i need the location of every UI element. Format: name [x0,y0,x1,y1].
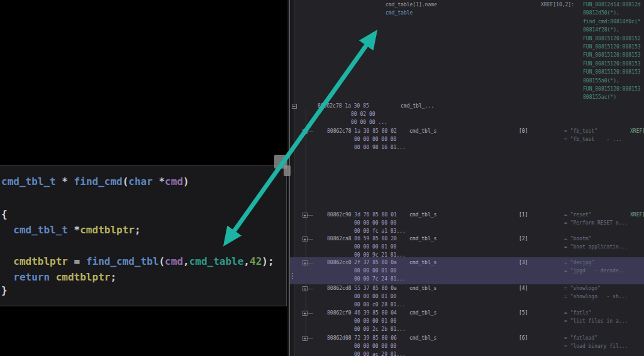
tree-connector [308,338,313,339]
tree-connector [308,131,313,132]
code-token[interactable]: cmd [165,175,183,187]
xref-entry[interactable]: 808155ac(*) [583,94,616,100]
xref-entry[interactable]: 80814f28(*), [583,27,619,33]
datatype-label[interactable]: cmd_tbl_s [409,236,436,242]
code-line[interactable]: return cmdtblptr; [1,271,116,284]
code-token[interactable] [50,271,56,283]
address[interactable]: 80862cf0 [327,310,352,316]
code-token[interactable]: , [183,255,189,267]
symbol-cmd-table[interactable]: cmd_table [386,10,413,16]
code-token[interactable]: cmd_tbl_t [1,175,56,187]
expand-toggle-icon[interactable]: + [303,236,308,242]
expand-toggle-icon[interactable]: + [303,213,308,218]
code-token[interactable]: ) [183,175,189,187]
code-token[interactable] [1,255,13,267]
code-line[interactable]: } [1,284,8,297]
code-token[interactable]: 42 [250,255,262,267]
code-line[interactable]: cmd_tbl_t *cmdtblptr; [1,224,141,236]
code-token[interactable]: ; [135,224,141,236]
address[interactable]: 80862c78 [327,128,352,134]
panel-margin-strip[interactable] [290,0,294,356]
code-token[interactable]: , [243,255,250,267]
xref-entry[interactable]: 80812d50(*), [583,10,619,16]
datatype-label[interactable]: cmd_tbl_s [409,310,436,316]
value-string: = "fatload" [564,335,597,342]
datatype-label[interactable]: cmd_tbl_s [409,335,436,342]
datatype-label[interactable]: cmd_tbl_s [409,260,436,266]
value-description: = "Perform RESET o... [564,220,628,226]
byte-values: 00 00 00 01 00 [354,268,396,274]
code-token[interactable]: ; [110,271,116,283]
expand-toggle-icon[interactable]: + [303,286,308,291]
code-token[interactable]: = [68,255,86,267]
code-token[interactable]: cmdtblptr [80,224,135,236]
xref-entry[interactable]: FUN_80815120:808153 [583,86,641,92]
listing-row[interactable]: 80862cf0 46 39 85 80 04 [327,310,397,316]
code-line[interactable]: cmd_tbl_t * find_cmd(char *cmd) [1,175,189,188]
xref-entry[interactable]: FUN_80815120:808153 [583,52,641,58]
decompiler-popup: cmd_tbl_t * find_cmd(char *cmd){ cmd_tbl… [0,165,287,306]
code-token[interactable]: ( [158,255,165,267]
value-description: = "showlogo - sh... [564,294,628,300]
listing-row[interactable]: 80862c78 1a 30 85 [318,103,369,109]
code-token[interactable]: cmd_tbl_t [13,224,68,236]
xref-entry[interactable]: 808155a0(*), [583,78,619,84]
address[interactable]: 80862d08 [327,335,352,341]
code-token[interactable] [1,271,13,283]
expand-toggle-icon[interactable]: + [303,311,308,316]
code-token[interactable]: find_cmd_tbl [86,255,159,267]
listing-row[interactable]: 80862cc0 2f 37 85 80 0a [327,260,397,266]
byte-values: 00 00 00 ... [351,120,387,126]
code-token[interactable]: find_cmd [74,175,123,187]
expand-toggle-icon[interactable]: + [303,260,308,265]
value-string: = "fb_test" [564,128,597,135]
code-token[interactable]: cmd [165,255,183,267]
code-token[interactable]: } [1,284,8,296]
code-token[interactable]: cmd_table [189,255,244,267]
datatype-label[interactable]: cmd_tbl_s [409,212,436,218]
code-token[interactable]: cmdtblptr [56,271,111,283]
expand-toggle-icon[interactable]: + [303,129,308,134]
code-token[interactable]: * [56,175,74,187]
listing-row[interactable]: 80862d08 72 39 85 80 06 [327,335,397,342]
code-token[interactable]: return [13,271,50,283]
address[interactable]: 80862ca8 [327,236,352,242]
inline-xref-label[interactable]: XREF[ [630,128,644,135]
byte-values: 1a 30 85 80 02 [352,128,397,134]
tree-connector [308,313,313,314]
byte-values: 00 00 00 00 00 [354,220,396,226]
byte-values: 80 02 00 [351,111,375,118]
datatype-label[interactable]: cmd_tbl_... [401,103,434,109]
listing-row[interactable]: 80862cd8 55 37 85 80 0a [327,286,397,292]
code-token[interactable]: cmdtblptr [13,255,68,267]
code-token[interactable] [1,224,13,236]
xref-entry[interactable]: FUN_80815120:808153 [583,44,641,50]
address[interactable]: 80862c78 [318,103,342,109]
address[interactable]: 80862cc0 [327,260,352,265]
code-token[interactable]: ); [262,255,274,267]
code-line[interactable]: { [1,208,8,221]
address[interactable]: 80862c90 [327,212,352,218]
code-token[interactable]: * [68,224,80,236]
inline-xref-label[interactable]: XREF[ [630,212,644,218]
code-line[interactable]: cmdtblptr = find_cmd_tbl(cmd,cmd_table,4… [1,255,274,268]
xref-entry[interactable]: find_cmd:80814f0c(* [583,19,641,25]
listing-row[interactable]: 80862c90 3d 76 85 80 01 [327,212,397,218]
array-index-label: [5] [519,310,528,316]
code-token[interactable]: ( [123,175,129,187]
datatype-label[interactable]: cmd_tbl_s [409,286,436,292]
expand-toggle-icon[interactable]: + [303,336,308,341]
collapse-toggle-icon[interactable]: − [292,104,297,109]
address[interactable]: 80862cd8 [327,286,352,291]
code-token[interactable]: * [153,175,165,187]
listing-row[interactable]: 80862c78 1a 30 85 80 02 [327,128,397,135]
datatype-label[interactable]: cmd_tbl_s [409,128,436,135]
xref-entry[interactable]: FUN_80815120:808153 [583,61,641,67]
listing-row[interactable]: 80862ca8 86 59 85 80 20 [327,236,397,242]
xref-entry[interactable]: FUN_80815120:808153 [583,69,641,75]
code-token[interactable]: char [128,175,153,187]
code-token[interactable]: { [1,208,8,220]
byte-values: 86 59 85 80 20 [352,236,397,242]
xref-entry[interactable]: FUN_80812d14:80812d [583,2,641,8]
xref-entry[interactable]: FUN_80815120:808152 [583,36,641,42]
